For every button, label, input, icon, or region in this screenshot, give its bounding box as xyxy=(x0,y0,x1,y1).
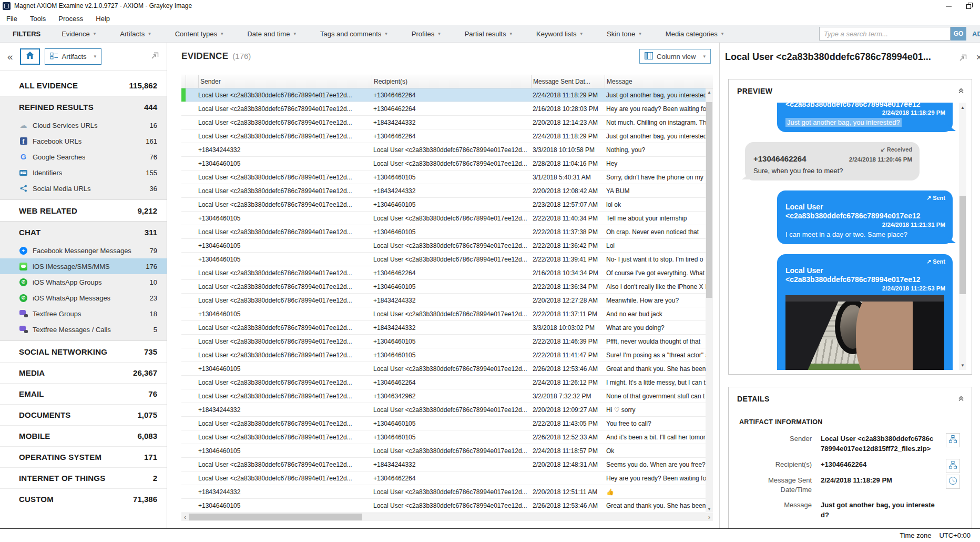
column-header-message-sent-dat[interactable]: Message Sent Dat... xyxy=(531,75,605,88)
sidebar-item-facebook-messenger-messages[interactable]: Facebook Messenger Messages79 xyxy=(0,243,167,258)
table-row[interactable]: Local User <c2a83b380ddefc6786c78994e017… xyxy=(181,471,706,485)
filter-keyword-lists[interactable]: Keyword lists▾ xyxy=(536,30,583,38)
chat-bubble-sent[interactable]: ↗ SentLocal User<c2a83b380ddefc6786c7899… xyxy=(777,103,953,132)
detail-hierarchy-button[interactable] xyxy=(946,433,960,447)
table-row[interactable]: +18434244332Local User <c2a83b380ddefc67… xyxy=(181,403,706,417)
table-row[interactable]: +13046460105Local User <c2a83b380ddefc67… xyxy=(181,499,706,513)
sidebar-section-all-evidence[interactable]: ALL EVIDENCE115,862 xyxy=(0,75,167,96)
menu-tools[interactable]: Tools xyxy=(30,15,46,23)
sidebar-section-custom[interactable]: CUSTOM71,386 xyxy=(0,488,167,509)
sidebar-popout-icon[interactable] xyxy=(151,52,159,62)
sidebar-section-web-related[interactable]: WEB RELATED9,212 xyxy=(0,200,167,221)
scroll-up-icon[interactable]: ▲ xyxy=(706,88,713,96)
minimize-button[interactable] xyxy=(938,0,959,12)
sidebar-item-social-media-urls[interactable]: Social Media URLs36 xyxy=(0,180,167,196)
sidebar-section-operating-system[interactable]: OPERATING SYSTEM171 xyxy=(0,446,167,467)
table-row[interactable]: Local User <c2a83b380ddefc6786c78994e017… xyxy=(181,417,706,430)
chat-bubble-sent[interactable]: ↗ SentLocal User<c2a83b380ddefc6786c7899… xyxy=(777,190,953,244)
sidebar-section-email[interactable]: EMAIL76 xyxy=(0,383,167,404)
filter-media-categories[interactable]: Media categories▾ xyxy=(666,30,724,38)
sidebar-section-social-networking[interactable]: SOCIAL NETWORKING735 xyxy=(0,341,167,362)
table-row[interactable]: Local User <c2a83b380ddefc6786c78994e017… xyxy=(181,335,706,348)
horizontal-scroll-thumb[interactable] xyxy=(189,514,362,520)
filter-partial-results[interactable]: Partial results▾ xyxy=(465,30,512,38)
scroll-right-icon[interactable]: › xyxy=(706,513,713,521)
table-row[interactable]: Local User <c2a83b380ddefc6786c78994e017… xyxy=(181,116,706,129)
table-row[interactable]: Local User <c2a83b380ddefc6786c78994e017… xyxy=(181,198,706,212)
table-row[interactable]: Local User <c2a83b380ddefc6786c78994e017… xyxy=(181,280,706,294)
sidebar-section-documents[interactable]: DOCUMENTS1,075 xyxy=(0,404,167,425)
table-row[interactable]: Local User <c2a83b380ddefc6786c78994e017… xyxy=(181,88,706,102)
sidebar-section-refined-results[interactable]: REFINED RESULTS444 xyxy=(0,96,167,117)
detail-clock-button[interactable] xyxy=(946,475,960,489)
column-header-message[interactable]: Message xyxy=(605,75,713,88)
table-row[interactable]: Local User <c2a83b380ddefc6786c78994e017… xyxy=(181,225,706,239)
table-row[interactable]: +18434244332Local User <c2a83b380ddefc67… xyxy=(181,143,706,157)
scroll-left-icon[interactable]: ‹ xyxy=(181,513,189,521)
sidebar-item-ios-imessage-sms-mms[interactable]: iOS iMessage/SMS/MMS176 xyxy=(0,258,167,274)
table-row[interactable]: +13046460105Local User <c2a83b380ddefc67… xyxy=(181,239,706,253)
filter-artifacts[interactable]: Artifacts▾ xyxy=(120,30,151,38)
column-header-sender[interactable]: Sender xyxy=(198,75,372,88)
panel-popout-icon[interactable] xyxy=(959,54,967,64)
preview-scrollbar[interactable]: ▲ ▼ xyxy=(959,103,966,370)
sidebar-item-textfree-messages-calls[interactable]: Textfree Messages / Calls5 xyxy=(0,322,167,337)
filter-date-and-time[interactable]: Date and time▾ xyxy=(247,30,295,38)
table-row[interactable]: Local User <c2a83b380ddefc6786c78994e017… xyxy=(181,170,706,184)
table-row[interactable]: +13046460105Local User <c2a83b380ddefc67… xyxy=(181,444,706,458)
scroll-down-icon[interactable]: ▼ xyxy=(959,362,966,369)
table-vertical-scrollbar[interactable]: ▲ ▼ xyxy=(706,88,713,513)
table-row[interactable]: +13046460105Local User <c2a83b380ddefc67… xyxy=(181,157,706,170)
filter-evidence[interactable]: Evidence▾ xyxy=(62,30,96,38)
sidebar-section-media[interactable]: MEDIA26,367 xyxy=(0,362,167,383)
close-icon[interactable]: ✕ xyxy=(976,53,980,62)
table-row[interactable]: +18434244332Local User <c2a83b380ddefc67… xyxy=(181,485,706,499)
table-row[interactable]: Local User <c2a83b380ddefc6786c78994e017… xyxy=(181,129,706,143)
collapse-chevron-icon[interactable] xyxy=(958,394,964,404)
table-row[interactable]: Local User <c2a83b380ddefc6786c78994e017… xyxy=(181,430,706,444)
menu-help[interactable]: Help xyxy=(96,15,110,23)
table-horizontal-scrollbar[interactable]: ‹ › xyxy=(181,513,713,521)
sidebar-item-ios-whatsapp-groups[interactable]: ✆iOS WhatsApp Groups10 xyxy=(0,274,167,290)
sidebar-section-chat[interactable]: CHAT311 xyxy=(0,222,167,243)
table-row[interactable]: Local User <c2a83b380ddefc6786c78994e017… xyxy=(181,458,706,471)
menu-process[interactable]: Process xyxy=(58,15,83,23)
sidebar-section-mobile[interactable]: MOBILE6,083 xyxy=(0,425,167,446)
sidebar-section-internet-of-things[interactable]: INTERNET OF THINGS2 xyxy=(0,467,167,488)
sidebar-item-textfree-groups[interactable]: Textfree Groups18 xyxy=(0,306,167,322)
table-row[interactable]: Local User <c2a83b380ddefc6786c78994e017… xyxy=(181,321,706,335)
collapse-chevron-icon[interactable] xyxy=(958,86,964,96)
sidebar-item-identifiers[interactable]: Identifiers155 xyxy=(0,165,167,180)
chat-bubble-sent[interactable]: ↗ SentLocal User<c2a83b380ddefc6786c7899… xyxy=(777,254,953,370)
table-row[interactable]: +13046460105Local User <c2a83b380ddefc67… xyxy=(181,212,706,225)
scroll-down-icon[interactable]: ▼ xyxy=(706,505,713,513)
search-input[interactable] xyxy=(819,27,951,41)
restore-button[interactable] xyxy=(959,0,980,12)
sidebar-item-cloud-services-urls[interactable]: ☁Cloud Services URLs16 xyxy=(0,117,167,133)
sidebar-item-ios-whatsapp-messages[interactable]: ✆iOS WhatsApp Messages23 xyxy=(0,290,167,306)
scroll-up-icon[interactable]: ▲ xyxy=(959,104,966,111)
filter-content-types[interactable]: Content types▾ xyxy=(175,30,223,38)
artifacts-view-dropdown[interactable]: Artifacts ▾ xyxy=(45,48,102,65)
table-row[interactable]: Local User <c2a83b380ddefc6786c78994e017… xyxy=(181,376,706,389)
table-row[interactable]: Local User <c2a83b380ddefc6786c78994e017… xyxy=(181,184,706,198)
filter-profiles[interactable]: Profiles▾ xyxy=(412,30,441,38)
filter-skin-tone[interactable]: Skin tone▾ xyxy=(607,30,641,38)
vertical-scroll-thumb[interactable] xyxy=(706,102,712,298)
preview-scroll-thumb[interactable] xyxy=(959,196,966,294)
menu-file[interactable]: File xyxy=(6,15,17,23)
table-row[interactable]: Local User <c2a83b380ddefc6786c78994e017… xyxy=(181,266,706,280)
table-row[interactable]: Local User <c2a83b380ddefc6786c78994e017… xyxy=(181,294,706,307)
table-row[interactable]: +13046460105Local User <c2a83b380ddefc67… xyxy=(181,307,706,321)
sidebar-item-google-searches[interactable]: GGoogle Searches76 xyxy=(0,149,167,165)
search-go-button[interactable]: GO xyxy=(951,27,966,41)
home-button[interactable] xyxy=(20,48,40,65)
table-row[interactable]: +13046460105Local User <c2a83b380ddefc67… xyxy=(181,362,706,376)
table-row[interactable]: Local User <c2a83b380ddefc6786c78994e017… xyxy=(181,348,706,362)
detail-hierarchy-button[interactable] xyxy=(946,459,960,473)
column-header-recipient-s[interactable]: Recipient(s) xyxy=(372,75,531,88)
advanced-link[interactable]: AD xyxy=(972,30,980,38)
table-row[interactable]: +13046460105Local User <c2a83b380ddefc67… xyxy=(181,253,706,266)
sidebar-collapse-button[interactable]: « xyxy=(7,52,13,62)
filter-tags-and-comments[interactable]: Tags and comments▾ xyxy=(320,30,387,38)
